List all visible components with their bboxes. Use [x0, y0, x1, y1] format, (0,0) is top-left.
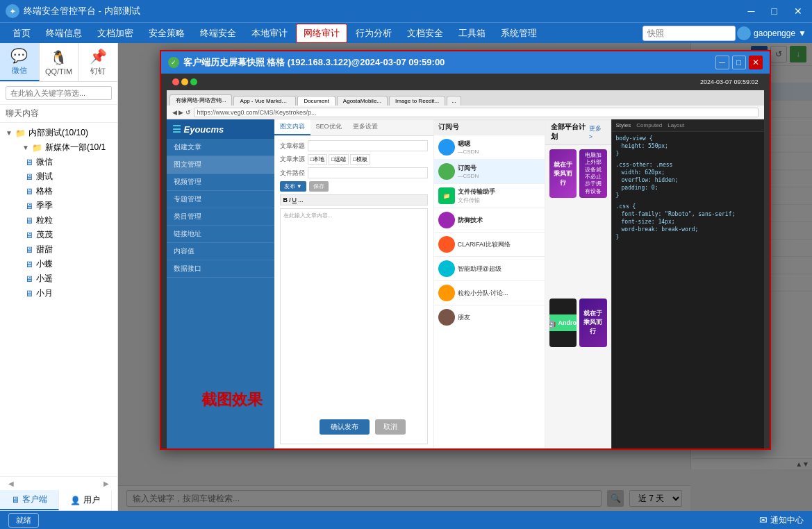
- cms-logo-area: ☰ Eyoucms: [167, 119, 274, 139]
- modal-close-btn[interactable]: ✕: [749, 56, 763, 69]
- card-2[interactable]: 电脑加上外部设备就不必止步于拥有设备: [579, 149, 607, 198]
- cms-nav-item-7[interactable]: 内容值: [167, 243, 274, 260]
- tree-root-group[interactable]: ▼ 📁 内部测试(10/10): [0, 126, 117, 140]
- status-ready-btn[interactable]: 就绪: [8, 513, 39, 528]
- address-url[interactable]: https://www.veg0.com/CMS/Keystrokes/p...: [194, 108, 759, 117]
- monitor-icon-xiaoyao: 🖥: [25, 274, 33, 284]
- chat-item-8[interactable]: 朋友: [434, 305, 545, 329]
- scroll-left-btn[interactable]: ◀: [6, 478, 17, 489]
- toolbar-underline[interactable]: U: [292, 196, 297, 203]
- tree-leaf-xiaodie[interactable]: 🖥 小蝶: [8, 257, 117, 271]
- tree-leaf-maomao[interactable]: 🖥 茂茂: [8, 228, 117, 242]
- form-row-1: 文章标题: [280, 140, 428, 151]
- card-1[interactable]: 就在于乘风而行: [549, 149, 577, 198]
- form-label-path: 文件路径: [280, 169, 305, 178]
- folder-icon-sub: 📁: [32, 143, 42, 153]
- menu-local-audit[interactable]: 本地审计: [245, 24, 295, 42]
- form-submit-btn[interactable]: 发布 ▼: [280, 181, 306, 192]
- browser-tab-more[interactable]: ...: [447, 96, 461, 106]
- code-tab-styles[interactable]: Styles: [616, 122, 631, 128]
- form-tab-active[interactable]: 图文内容: [274, 119, 310, 135]
- sidebar-tabs: 💬 微信 🐧 QQ/TIM 📌 钉钉: [0, 43, 117, 82]
- menu-behavior-analysis[interactable]: 行为分析: [349, 24, 399, 42]
- browser-tab-active[interactable]: Document: [297, 96, 335, 106]
- tree-leaf-xiaoyao[interactable]: 🖥 小遥: [8, 271, 117, 286]
- menu-system-manage[interactable]: 系统管理: [494, 24, 544, 42]
- form-input-path[interactable]: [308, 167, 428, 178]
- code-tab-layout[interactable]: Layout: [668, 122, 684, 128]
- menu-tools[interactable]: 工具箱: [451, 24, 492, 42]
- close-window-button[interactable]: ✕: [790, 4, 806, 18]
- chat-item-3[interactable]: 📁 文件传输助手 文件传输: [434, 184, 545, 208]
- tree-media-group[interactable]: ▼ 📁 新媒体一部(10/1: [8, 140, 117, 155]
- browser-tab-4[interactable]: AgostaMobile...: [337, 96, 388, 106]
- cms-nav-item-3[interactable]: 视频管理: [167, 174, 274, 191]
- form-source-opt2[interactable]: □远端: [329, 154, 349, 165]
- menu-doc-security[interactable]: 文档安全: [400, 24, 450, 42]
- scroll-right-btn[interactable]: ▶: [101, 478, 112, 489]
- cms-nav-item-8[interactable]: 数据接口: [167, 260, 274, 278]
- chat-item-5[interactable]: CLARIFAI比较网络: [434, 233, 545, 257]
- user-tab[interactable]: 👤 用户: [59, 490, 112, 510]
- tree-leaf-lili[interactable]: 🖥 粒粒: [8, 213, 117, 228]
- toolbar-italic[interactable]: I: [289, 196, 291, 203]
- code-line-3: }: [616, 150, 760, 158]
- modal-minimize-btn[interactable]: ─: [715, 56, 729, 69]
- maximize-button[interactable]: □: [768, 4, 781, 18]
- content-cards-area: 全部平台计划 更多 > 就在于乘风而行: [545, 119, 611, 448]
- modal-cancel-btn[interactable]: 取消: [375, 419, 406, 435]
- form-source-opt3[interactable]: □模板: [350, 154, 370, 165]
- chat-item-active[interactable]: 订阅号 —CSDN: [434, 160, 545, 184]
- menu-security-policy[interactable]: 安全策略: [142, 24, 192, 42]
- menu-network-audit[interactable]: 网络审计: [296, 24, 347, 43]
- bottom-tabs: 🖥 客户端 👤 用户: [0, 490, 117, 511]
- sidebar-tab-qqtim[interactable]: 🐧 QQ/TIM: [40, 43, 79, 81]
- browser-tab-2[interactable]: App - Vue Markdown: [233, 96, 296, 106]
- chat-item-6[interactable]: 智能助理@超级: [434, 257, 545, 281]
- tree-leaf-wechat[interactable]: 🖥 微信: [8, 155, 117, 169]
- form-input-title[interactable]: [308, 140, 428, 151]
- cms-nav-item-5[interactable]: 类目管理: [167, 208, 274, 226]
- card-4[interactable]: 就在于乘风而行: [579, 299, 607, 347]
- cms-nav-item-4[interactable]: 专题管理: [167, 191, 274, 208]
- user-area[interactable]: gaopengge ▼: [737, 26, 806, 40]
- menu-doc-encrypt[interactable]: 文档加密: [90, 24, 140, 42]
- browser-tab-1[interactable]: 有缘网络·网络营销...: [169, 94, 233, 106]
- tree-leaf-test[interactable]: 🖥 测试: [8, 169, 117, 184]
- tree-leaf-gege[interactable]: 🖥 格格: [8, 184, 117, 199]
- tree-leaf-tiantian[interactable]: 🖥 甜甜: [8, 242, 117, 257]
- code-tab-computed[interactable]: Computed: [636, 122, 662, 128]
- toolbar-bold[interactable]: B: [283, 196, 288, 203]
- modal-restore-btn[interactable]: □: [732, 56, 746, 69]
- form-tab-2[interactable]: SEO优化: [310, 119, 347, 135]
- sidebar-tab-wechat[interactable]: 💬 微信: [0, 43, 40, 81]
- menu-terminal-info[interactable]: 终端信息: [39, 24, 89, 42]
- leaf-label: 季季: [36, 200, 53, 212]
- cms-nav-item-6[interactable]: 链接地址: [167, 226, 274, 243]
- chat-item-7[interactable]: 粒粒小分队·讨论...: [434, 281, 545, 305]
- client-tab[interactable]: 🖥 客户端: [0, 490, 59, 510]
- global-search-input[interactable]: [647, 28, 731, 38]
- cms-nav-item-2[interactable]: 图文管理: [167, 156, 274, 174]
- tree-leaf-jiji[interactable]: 🖥 季季: [8, 199, 117, 213]
- form-source-opt1[interactable]: □本地: [308, 154, 328, 165]
- menu-home[interactable]: 首页: [6, 24, 38, 42]
- minimize-button[interactable]: ─: [744, 4, 759, 18]
- form-tab-3[interactable]: 更多设置: [347, 119, 383, 135]
- tree-leaf-xiaoyue[interactable]: 🖥 小月: [8, 286, 117, 301]
- modal-confirm-btn[interactable]: 确认发布: [320, 419, 370, 435]
- sidebar-search-input[interactable]: [6, 86, 112, 100]
- chat-item-1[interactable]: 嗯嗯 —CSDN: [434, 135, 545, 160]
- card-3[interactable]: 🤖 Android: [549, 299, 577, 347]
- chat-item-4[interactable]: 防御技术: [434, 208, 545, 233]
- browser-tab-5[interactable]: Image to Reedit...: [389, 96, 445, 106]
- left-sidebar: 💬 微信 🐧 QQ/TIM 📌 钉钉 聊天内容 ▼ 📁 内部测试(10/10): [0, 43, 118, 511]
- cms-nav-item-1[interactable]: 创建文章: [167, 139, 274, 156]
- menu-terminal-security[interactable]: 终端安全: [193, 24, 243, 42]
- form-save-btn[interactable]: 保存: [309, 181, 329, 192]
- editor-content[interactable]: 在此输入文章内容...: [280, 208, 428, 444]
- card-2-text: 电脑加上外部设备就不必止步于拥有设备: [582, 152, 604, 195]
- cards-more[interactable]: 更多 >: [589, 124, 606, 140]
- sidebar-tab-nail[interactable]: 📌 钉钉: [78, 43, 117, 81]
- toolbar-more[interactable]: ...: [298, 196, 304, 203]
